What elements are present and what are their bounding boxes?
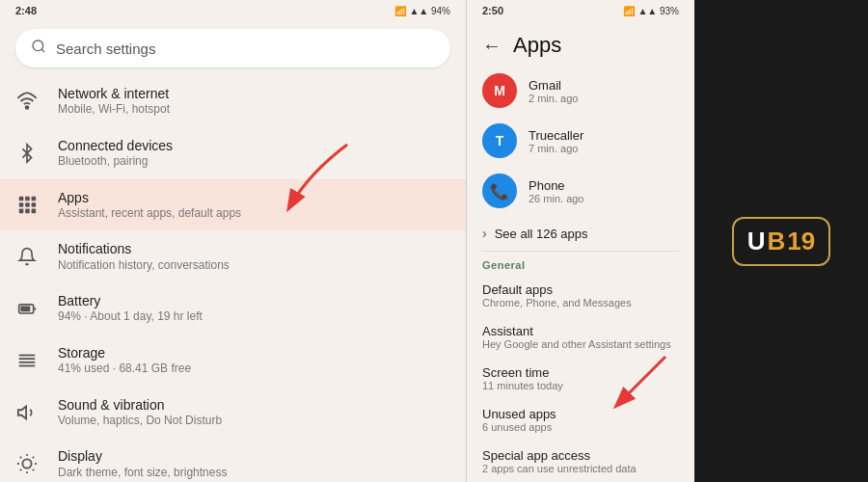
search-bar[interactable]: Search settings [15, 29, 450, 67]
right-time: 2:50 [482, 5, 503, 16]
svg-point-2 [26, 106, 29, 109]
phone-time: 26 min. ago [529, 193, 679, 204]
special-access-sub: 2 apps can use unrestricted data [482, 463, 679, 474]
app-item-truecaller[interactable]: T Truecaller 7 min. ago [467, 116, 694, 166]
svg-marker-18 [18, 406, 26, 418]
logo-ub: U [747, 227, 766, 256]
settings-item-sound[interactable]: Sound & vibration Volume, haptics, Do No… [0, 387, 466, 439]
sound-title: Sound & vibration [58, 396, 450, 414]
notifications-subtitle: Notification history, conversations [58, 258, 450, 274]
search-placeholder: Search settings [56, 40, 155, 57]
assistant-title: Assistant [482, 324, 679, 338]
logo-badge: U B 19 [732, 217, 830, 266]
display-content: Display Dark theme, font size, brightnes… [58, 447, 450, 480]
settings-item-apps[interactable]: Apps Assistant, recent apps, default app… [0, 179, 466, 231]
network-subtitle: Mobile, Wi-Fi, hotspot [58, 102, 450, 118]
screen-time-sub: 11 minutes today [482, 380, 679, 391]
back-button[interactable]: ← [482, 35, 502, 57]
right-status-icons: 📶 ▲▲ 93% [623, 6, 679, 16]
svg-point-19 [22, 460, 31, 469]
svg-rect-10 [25, 209, 30, 214]
phone-name: Phone [529, 178, 679, 193]
svg-rect-6 [19, 203, 24, 208]
unused-apps-sub: 6 unused apps [482, 421, 679, 433]
apps-page-title: Apps [513, 33, 561, 58]
general-item-special-access[interactable]: Special app access 2 apps can use unrest… [467, 441, 694, 482]
storage-icon [15, 349, 39, 372]
apps-content: Apps Assistant, recent apps, default app… [58, 189, 450, 222]
storage-title: Storage [58, 344, 450, 362]
screen-time-title: Screen time [482, 365, 679, 380]
battery-icon [15, 297, 39, 320]
svg-rect-7 [25, 203, 30, 208]
left-phone-panel: 2:48 📶 ▲▲ 94% Search settings [0, 0, 467, 482]
svg-rect-5 [32, 197, 37, 201]
unused-apps-title: Unused apps [482, 407, 679, 421]
truecaller-time: 7 min. ago [529, 143, 679, 154]
general-item-default-apps[interactable]: Default apps Chrome, Phone, and Messages [467, 275, 694, 316]
battery-content: Battery 94% · About 1 day, 19 hr left [58, 292, 450, 325]
connected-content: Connected devices Bluetooth, pairing [58, 137, 450, 170]
battery-subtitle: 94% · About 1 day, 19 hr left [58, 309, 450, 325]
svg-point-0 [33, 40, 43, 51]
display-title: Display [58, 447, 450, 465]
phone-icon: 📞 [482, 174, 517, 208]
special-access-title: Special app access [482, 448, 679, 463]
storage-content: Storage 41% used · 68.41 GB free [58, 344, 450, 377]
connected-title: Connected devices [58, 137, 450, 154]
settings-item-notifications[interactable]: Notifications Notification history, conv… [0, 230, 466, 282]
app-item-gmail[interactable]: M Gmail 2 min. ago [467, 66, 694, 116]
gmail-name: Gmail [529, 78, 679, 93]
display-icon [15, 452, 39, 475]
settings-item-network[interactable]: Network & internet Mobile, Wi-Fi, hotspo… [0, 75, 466, 127]
see-all-chevron-icon: › [482, 226, 487, 241]
svg-rect-13 [20, 307, 30, 312]
see-all-text: See all 126 apps [495, 227, 588, 241]
left-status-bar: 2:48 📶 ▲▲ 94% [0, 0, 466, 21]
battery-title: Battery [58, 292, 450, 309]
settings-item-battery[interactable]: Battery 94% · About 1 day, 19 hr left [0, 282, 466, 335]
default-apps-title: Default apps [482, 282, 679, 297]
truecaller-name: Truecaller [529, 128, 679, 143]
logo-b: B [768, 227, 786, 256]
truecaller-info: Truecaller 7 min. ago [529, 128, 679, 154]
logo-19: 19 [787, 227, 815, 256]
left-time: 2:48 [15, 5, 37, 16]
notifications-content: Notifications Notification history, conv… [58, 240, 450, 273]
general-item-assistant[interactable]: Assistant Hey Google and other Assistant… [467, 316, 694, 358]
general-section-label: General [467, 252, 694, 275]
settings-list: Network & internet Mobile, Wi-Fi, hotspo… [0, 75, 466, 482]
gmail-time: 2 min. ago [529, 93, 679, 104]
general-item-unused-apps[interactable]: Unused apps 6 unused apps [467, 399, 694, 441]
display-subtitle: Dark theme, font size, brightness [58, 466, 450, 481]
gmail-info: Gmail 2 min. ago [529, 78, 679, 104]
sound-content: Sound & vibration Volume, haptics, Do No… [58, 396, 450, 429]
network-title: Network & internet [58, 85, 450, 102]
sound-subtitle: Volume, haptics, Do Not Disturb [58, 414, 450, 429]
left-signal-icons: 📶 [394, 6, 406, 16]
apps-header: ← Apps [467, 21, 694, 66]
storage-subtitle: 41% used · 68.41 GB free [58, 362, 450, 377]
svg-rect-4 [25, 197, 30, 201]
apps-title: Apps [58, 189, 450, 206]
right-signal-icons: 📶 [623, 6, 635, 16]
network-content: Network & internet Mobile, Wi-Fi, hotspo… [58, 85, 450, 118]
left-battery-icon: ▲▲ 94% [409, 6, 450, 16]
settings-item-storage[interactable]: Storage 41% used · 68.41 GB free [0, 335, 466, 387]
general-item-screen-time[interactable]: Screen time 11 minutes today [467, 358, 694, 399]
gmail-icon: M [482, 73, 517, 108]
settings-item-display[interactable]: Display Dark theme, font size, brightnes… [0, 438, 466, 482]
see-all-apps[interactable]: › See all 126 apps [467, 216, 694, 251]
notifications-title: Notifications [58, 240, 450, 257]
svg-line-1 [41, 49, 44, 52]
search-icon [31, 39, 46, 58]
svg-rect-3 [19, 197, 24, 201]
logo-area: U B 19 [694, 0, 868, 482]
right-status-bar: 2:50 📶 ▲▲ 93% [467, 0, 694, 21]
settings-item-connected[interactable]: Connected devices Bluetooth, pairing [0, 127, 466, 179]
phone-info: Phone 26 min. ago [529, 178, 679, 204]
bell-icon [15, 245, 39, 268]
default-apps-sub: Chrome, Phone, and Messages [482, 297, 679, 308]
right-battery-icon: ▲▲ 93% [637, 6, 679, 16]
app-item-phone[interactable]: 📞 Phone 26 min. ago [467, 166, 694, 216]
